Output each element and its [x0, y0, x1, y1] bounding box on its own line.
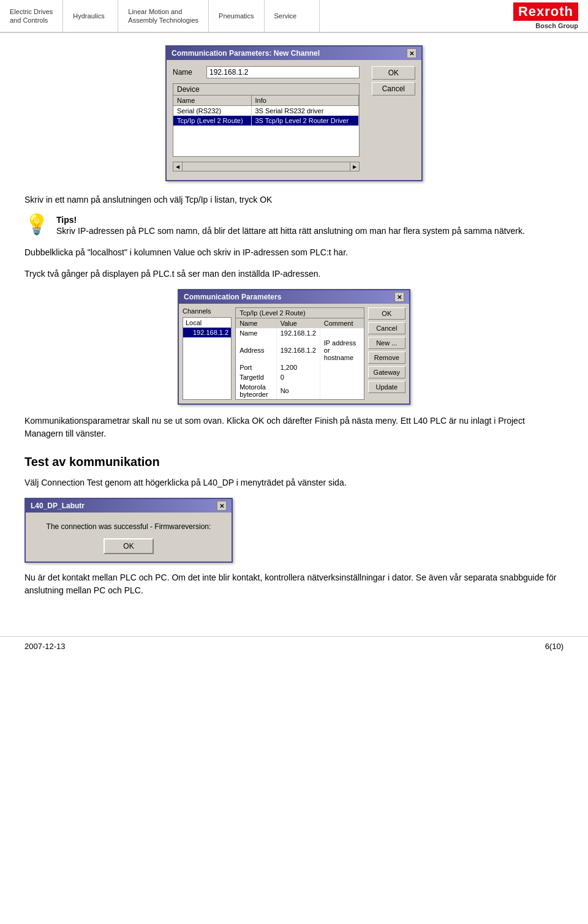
param-name: Motorola byteorder — [236, 382, 276, 399]
table-row[interactable]: Tcp/Ip (Level 2 Route) 3S Tcp/Ip Level 2… — [173, 116, 358, 126]
param-comment — [320, 372, 363, 382]
param-name: TargetId — [236, 372, 276, 382]
param-value: 1,200 — [276, 362, 320, 372]
param-name: Address — [236, 338, 276, 362]
instruction-2b: Tryck två gånger på displayen på PLC.t s… — [24, 268, 564, 280]
comm-cancel-button[interactable]: Cancel — [368, 322, 405, 334]
new-channel-close-button[interactable]: ✕ — [407, 48, 417, 58]
table-row: Motorola byteorder No — [236, 382, 363, 399]
param-comment: IP address or hostname — [320, 338, 363, 362]
brand-name: Rexroth — [513, 2, 578, 21]
ip-item[interactable]: 192.168.1.2 — [183, 328, 231, 337]
device-col-name: Name — [173, 96, 251, 106]
device-table: Name Info Serial (RS232) 3S Serial RS232… — [173, 96, 359, 126]
tips-content: Tips! Skriv IP-adressen på PLC som namn,… — [56, 215, 525, 238]
conn-dialog-close-button[interactable]: ✕ — [217, 501, 227, 511]
nav-service[interactable]: Service — [265, 0, 320, 32]
instruction-2a: Dubbelklicka på "localhost" i kolumnen V… — [24, 246, 564, 259]
instruction-1: Skriv in ett namn på anslutningen och vä… — [24, 193, 564, 206]
dialog-buttons: OK Cancel — [372, 66, 415, 96]
device-info-cell: 3S Tcp/Ip Level 2 Router Driver — [251, 116, 358, 126]
comm-new-button[interactable]: New ... — [368, 337, 405, 349]
conn-ok-button[interactable]: OK — [104, 538, 153, 554]
nav-linear-motion[interactable]: Linear Motion and Assembly Technologies — [118, 0, 209, 32]
new-channel-dialog-body: Name Device Name Info — [167, 60, 421, 180]
comm-update-button[interactable]: Update — [368, 381, 405, 393]
logo-area: Rexroth Bosch Group — [503, 0, 588, 32]
group-name: Bosch Group — [535, 22, 578, 29]
footer-page: 6(10) — [545, 642, 564, 651]
rexroth-logo: Rexroth Bosch Group — [513, 2, 578, 29]
param-name: Port — [236, 362, 276, 372]
cancel-button[interactable]: Cancel — [372, 82, 415, 96]
tips-text: Skriv IP-adressen på PLC som namn, då bl… — [56, 226, 525, 236]
param-comment — [320, 328, 363, 338]
tips-label: Tips! — [56, 215, 77, 225]
footer-date: 2007-12-13 — [24, 642, 66, 651]
nav-electric-drives[interactable]: Electric Drives and Controls — [0, 0, 63, 32]
local-item[interactable]: Local — [183, 318, 231, 328]
param-comment — [320, 382, 363, 399]
new-channel-dialog-title: Communication Parameters: New Channel ✕ — [167, 47, 421, 60]
channels-label: Channels — [183, 307, 232, 315]
param-value: 192.168.1.2 — [276, 328, 320, 338]
params-table: Name Value Comment Name 192.168.1.2 Addr… — [236, 318, 363, 399]
comm-dialog-close-button[interactable]: ✕ — [394, 292, 404, 302]
table-row: Port 1,200 — [236, 362, 363, 372]
comm-params-body: Channels Local 192.168.1.2 Tcp/Ip (Level… — [179, 304, 409, 404]
conn-dialog-title: L40_DP_Labutr ✕ — [26, 499, 232, 513]
instruction-3: Kommunikationsparametrar skall nu se ut … — [24, 415, 564, 440]
comm-dialog-buttons: OK Cancel New ... Remove Gateway Update — [368, 307, 405, 400]
device-info-cell: 3S Serial RS232 driver — [251, 106, 358, 116]
navigation-bar: Electric Drives and Controls Hydraulics … — [0, 0, 588, 33]
comm-ok-button[interactable]: OK — [368, 307, 405, 320]
param-value: No — [276, 382, 320, 399]
section-heading: Test av kommunikation — [24, 455, 564, 469]
scroll-left-button[interactable]: ◀ — [173, 162, 183, 171]
comm-remove-button[interactable]: Remove — [368, 351, 405, 364]
comm-gateway-button[interactable]: Gateway — [368, 366, 405, 378]
col-value: Value — [276, 318, 320, 328]
device-name-cell: Tcp/Ip (Level 2 Route) — [173, 116, 251, 126]
conn-dialog-body: The connection was successful - Firmware… — [26, 513, 232, 562]
device-name-cell: Serial (RS232) — [173, 106, 251, 116]
device-section: Device Name Info Serial (RS232) — [173, 83, 360, 157]
tips-section: 💡 Tips! Skriv IP-adressen på PLC som nam… — [24, 215, 564, 238]
main-content: Communication Parameters: New Channel ✕ … — [0, 33, 588, 618]
instruction-4: Välj Connection Test genom att högerklic… — [24, 476, 564, 489]
comm-params-title: Communication Parameters ✕ — [179, 290, 409, 304]
connection-message: The connection was successful - Firmware… — [47, 522, 211, 531]
col-comment: Comment — [320, 318, 363, 328]
table-row: Address 192.168.1.2 IP address or hostna… — [236, 338, 363, 362]
param-name: Name — [236, 328, 276, 338]
comm-params-dialog: Communication Parameters ✕ Channels Loca… — [178, 289, 410, 405]
device-col-info: Info — [251, 96, 358, 106]
col-name: Name — [236, 318, 276, 328]
new-channel-dialog: Communication Parameters: New Channel ✕ … — [165, 45, 423, 181]
table-row: Name 192.168.1.2 — [236, 328, 363, 338]
nav-pneumatics[interactable]: Pneumatics — [209, 0, 264, 32]
table-row[interactable]: Serial (RS232) 3S Serial RS232 driver — [173, 106, 358, 116]
nav-hydraulics[interactable]: Hydraulics — [63, 0, 118, 32]
param-value: 0 — [276, 372, 320, 382]
name-label: Name — [173, 68, 206, 77]
param-comment — [320, 362, 363, 372]
table-row: TargetId 0 — [236, 372, 363, 382]
instruction-5: Nu är det kontakt mellan PLC och PC. Om … — [24, 571, 564, 597]
footer: 2007-12-13 6(10) — [0, 636, 588, 656]
device-header-label: Device — [173, 84, 359, 96]
param-value: 192.168.1.2 — [276, 338, 320, 362]
name-input[interactable] — [206, 66, 360, 78]
connection-test-dialog: L40_DP_Labutr ✕ The connection was succe… — [24, 498, 233, 563]
ok-button[interactable]: OK — [372, 66, 415, 80]
right-panel-header: Tcp/Ip (Level 2 Route) — [236, 308, 363, 318]
tips-icon: 💡 — [24, 212, 49, 236]
scroll-right-button[interactable]: ▶ — [350, 162, 360, 171]
name-row: Name — [173, 66, 360, 78]
